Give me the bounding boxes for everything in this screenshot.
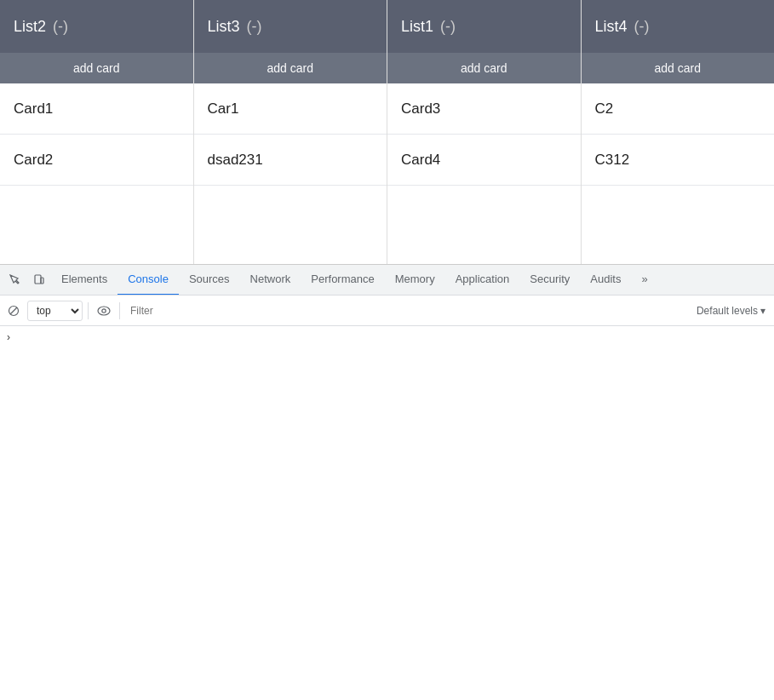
- list-column-list3: List3(-)add cardCar1dsad231: [194, 0, 388, 264]
- svg-point-5: [102, 308, 106, 312]
- card-item-card1[interactable]: Card1: [0, 83, 193, 135]
- devtools-console-toolbar: top Default levels ▾: [0, 295, 774, 326]
- add-card-button-list2[interactable]: add card: [0, 53, 193, 83]
- list-minus-list4[interactable]: (-): [634, 18, 650, 36]
- list-column-list2: List2(-)add cardCard1Card2: [0, 0, 194, 264]
- context-selector[interactable]: top: [27, 301, 83, 321]
- devtools-tab-security[interactable]: Security: [519, 265, 580, 295]
- card-item-card2[interactable]: Card2: [0, 135, 193, 186]
- svg-rect-0: [35, 275, 41, 284]
- list-header-list3: List3(-): [194, 0, 387, 53]
- list-column-list1: List1(-)add cardCard3Card4: [387, 0, 582, 264]
- svg-line-3: [10, 307, 17, 314]
- card-item-c312[interactable]: C312: [582, 135, 775, 186]
- add-card-button-list3[interactable]: add card: [194, 53, 387, 83]
- toolbar-separator-2: [119, 302, 120, 319]
- card-item-car1[interactable]: Car1: [194, 83, 387, 135]
- toolbar-separator-1: [88, 302, 89, 319]
- list-title-list3: List3: [208, 18, 240, 36]
- list-title-list1: List1: [401, 18, 433, 36]
- list-title-list4: List4: [595, 18, 628, 36]
- list-header-list4: List4(-): [582, 0, 775, 53]
- devtools-tab-memory[interactable]: Memory: [385, 265, 445, 295]
- list-header-list1: List1(-): [387, 0, 581, 53]
- devtools-panel: ElementsConsoleSourcesNetworkPerformance…: [0, 264, 774, 700]
- svg-point-4: [98, 307, 110, 315]
- add-card-button-list4[interactable]: add card: [582, 53, 775, 83]
- devtools-tabs-bar: ElementsConsoleSourcesNetworkPerformance…: [0, 265, 774, 295]
- devtools-tab-elements[interactable]: Elements: [51, 265, 118, 295]
- card-item-c2[interactable]: C2: [582, 83, 775, 135]
- devtools-device-icon[interactable]: [27, 268, 51, 292]
- list-column-list4: List4(-)add cardC2C312: [582, 0, 775, 264]
- default-levels-button[interactable]: Default levels ▾: [691, 301, 771, 321]
- devtools-tab-extra[interactable]: »: [631, 265, 657, 295]
- devtools-tab-console[interactable]: Console: [118, 265, 179, 295]
- list-minus-list1[interactable]: (-): [440, 18, 456, 36]
- card-item-card3[interactable]: Card3: [387, 83, 581, 135]
- svg-rect-1: [41, 278, 43, 284]
- devtools-tab-audits[interactable]: Audits: [580, 265, 631, 295]
- console-filter-input[interactable]: [125, 301, 688, 321]
- devtools-tab-application[interactable]: Application: [445, 265, 520, 295]
- chevron-down-icon: ▾: [760, 305, 765, 317]
- eye-icon[interactable]: [94, 301, 114, 321]
- add-card-button-list1[interactable]: add card: [387, 53, 581, 83]
- clear-console-icon[interactable]: [3, 301, 24, 321]
- card-item-card4[interactable]: Card4: [387, 135, 581, 186]
- list-minus-list3[interactable]: (-): [247, 18, 262, 36]
- list-minus-list2[interactable]: (-): [53, 18, 68, 36]
- devtools-tab-performance[interactable]: Performance: [301, 265, 384, 295]
- card-item-dsad231[interactable]: dsad231: [194, 135, 387, 186]
- console-cursor: ›: [7, 330, 767, 345]
- devtools-inspect-icon[interactable]: [3, 268, 27, 292]
- kanban-board: List2(-)add cardCard1Card2List3(-)add ca…: [0, 0, 774, 264]
- devtools-tab-network[interactable]: Network: [240, 265, 301, 295]
- list-title-list2: List2: [14, 18, 46, 36]
- devtools-tab-sources[interactable]: Sources: [179, 265, 240, 295]
- list-header-list2: List2(-): [0, 0, 193, 53]
- devtools-console-content: ›: [0, 326, 774, 700]
